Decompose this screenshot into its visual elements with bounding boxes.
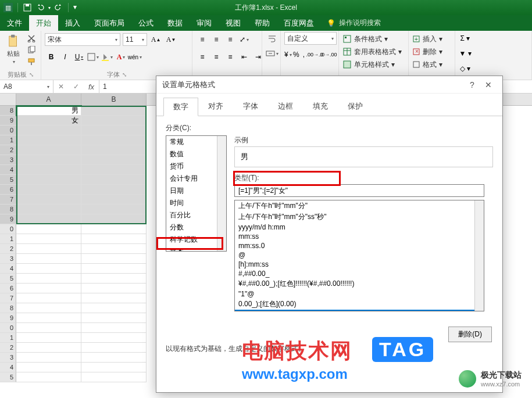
orientation-icon[interactable]: ⤢▾ — [238, 33, 251, 46]
row-header[interactable]: 5 — [0, 372, 16, 382]
cell[interactable] — [81, 155, 147, 165]
tab-insert[interactable]: 插入 — [58, 15, 87, 31]
row-header[interactable]: 2 — [0, 145, 16, 155]
autosum-icon[interactable]: Σ ▾ — [459, 32, 472, 45]
row-header[interactable]: 2 — [0, 343, 16, 353]
format-painter-icon[interactable] — [26, 56, 37, 67]
align-top-icon[interactable]: ≡ — [196, 33, 209, 46]
row-header[interactable]: 4 — [0, 363, 16, 372]
cell[interactable] — [16, 205, 81, 214]
cell[interactable] — [81, 323, 147, 333]
type-item[interactable]: #,##0.00_ — [235, 269, 484, 278]
tab-pagelayout[interactable]: 页面布局 — [87, 15, 131, 31]
align-middle-icon[interactable]: ≡ — [210, 33, 223, 46]
row-header[interactable]: 9 — [0, 313, 16, 323]
row-header[interactable]: 1 — [0, 135, 16, 145]
tab-help[interactable]: 帮助 — [248, 15, 277, 31]
type-item[interactable]: 上午/下午h"时"mm"分"ss"秒" — [235, 211, 484, 223]
underline-button[interactable]: U▾ — [73, 51, 85, 63]
cell[interactable] — [16, 214, 81, 224]
row-header[interactable]: 8 — [0, 303, 16, 313]
tab-home[interactable]: 开始 — [29, 15, 58, 31]
type-item[interactable]: yyyy/m/d h:mm — [235, 223, 484, 232]
type-scrollbar[interactable] — [474, 200, 484, 311]
row-header[interactable]: 8 — [0, 205, 16, 214]
paste-dropdown-icon[interactable]: ▾ — [12, 59, 15, 64]
font-launcher-icon[interactable]: ⤡ — [122, 71, 127, 78]
cell[interactable] — [81, 175, 147, 185]
undo-dropdown-icon[interactable]: ▾ — [48, 5, 51, 10]
cell[interactable] — [16, 323, 81, 333]
cell[interactable] — [81, 224, 147, 234]
type-item[interactable]: 上午/下午h"时"mm"分" — [235, 200, 484, 211]
row-header[interactable]: 3 — [0, 353, 16, 363]
category-list[interactable]: 常规数值货币会计专用日期时间百分比分数科学记数文本特殊自定义 — [166, 135, 227, 252]
merge-icon[interactable]: ▾ — [266, 47, 279, 60]
cell[interactable] — [16, 372, 81, 382]
cell[interactable] — [16, 175, 81, 185]
cell[interactable] — [16, 145, 81, 155]
dialog-tab-font[interactable]: 字体 — [233, 97, 268, 116]
italic-button[interactable]: I — [59, 51, 72, 63]
type-item[interactable]: @ — [235, 250, 484, 260]
tab-file[interactable]: 文件 — [0, 15, 29, 31]
dialog-help-icon[interactable]: ? — [464, 80, 480, 89]
font-size-combo[interactable]: 11▾ — [123, 33, 147, 46]
copy-icon[interactable] — [26, 45, 37, 55]
cell[interactable] — [81, 205, 147, 214]
dialog-tab-border[interactable]: 边框 — [268, 97, 303, 116]
row-header[interactable]: 0 — [0, 224, 16, 234]
increase-decimal-icon[interactable]: .00→.0 — [308, 48, 321, 61]
row-header[interactable]: 7 — [0, 293, 16, 303]
save-icon[interactable] — [23, 3, 32, 12]
cell[interactable] — [81, 126, 147, 135]
cell[interactable] — [81, 333, 147, 343]
cell[interactable] — [16, 244, 81, 254]
row-header[interactable]: 4 — [0, 165, 16, 175]
cell[interactable] — [81, 372, 147, 382]
cell[interactable] — [16, 313, 81, 323]
paste-button[interactable]: 粘贴 ▾ — [3, 32, 23, 64]
bold-button[interactable]: B — [45, 51, 58, 63]
row-header[interactable]: 9 — [0, 214, 16, 224]
number-format-combo[interactable]: 自定义▾ — [284, 32, 337, 45]
cell[interactable] — [81, 106, 147, 116]
tell-me-search[interactable]: 💡 操作说明搜索 — [321, 15, 387, 31]
tab-review[interactable]: 审阅 — [190, 15, 219, 31]
cell[interactable] — [81, 264, 147, 274]
decrease-indent-icon[interactable]: ⇤ — [238, 51, 251, 63]
align-right-icon[interactable]: ≡ — [224, 51, 237, 63]
row-header[interactable]: 5 — [0, 175, 16, 185]
cell[interactable] — [16, 185, 81, 195]
cell[interactable] — [16, 343, 81, 353]
cell[interactable] — [16, 126, 81, 135]
cell[interactable] — [81, 116, 147, 126]
cell[interactable] — [16, 234, 81, 244]
row-header[interactable]: 3 — [0, 155, 16, 165]
cell[interactable] — [16, 264, 81, 274]
cancel-formula-icon[interactable]: ✕ — [53, 83, 69, 91]
category-scrollbar[interactable] — [217, 136, 226, 251]
cells-area[interactable]: 男女 — [16, 106, 147, 382]
cell[interactable] — [81, 214, 147, 224]
cell[interactable] — [16, 155, 81, 165]
insert-cells-button[interactable]: +插入 ▾ — [412, 33, 442, 45]
clear-icon[interactable]: ◇ ▾ — [459, 62, 472, 75]
type-item[interactable]: [=1]"男";[=2]"女" — [235, 310, 484, 311]
align-center-icon[interactable]: ≡ — [210, 51, 223, 63]
wrap-text-icon[interactable] — [266, 32, 279, 45]
cell[interactable] — [81, 313, 147, 323]
font-name-combo[interactable]: 宋体▾ — [45, 33, 120, 46]
type-input[interactable] — [234, 184, 484, 197]
row-header[interactable]: 4 — [0, 264, 16, 274]
percent-icon[interactable]: % — [293, 48, 299, 61]
phonetic-button[interactable]: wén▾ — [128, 51, 141, 63]
type-item[interactable]: ¥#,##0.00_);[红色]!!!!!!(¥#,##0.00!!!!!!) — [235, 278, 484, 289]
type-item[interactable]: mm:ss — [235, 232, 484, 241]
cell[interactable] — [16, 333, 81, 343]
type-list[interactable]: 上午/下午h"时"mm"分"上午/下午h"时"mm"分"ss"秒"yyyy/m/… — [234, 200, 484, 311]
cell[interactable] — [16, 165, 81, 175]
dialog-tab-alignment[interactable]: 对齐 — [198, 97, 233, 116]
col-header-A[interactable]: A — [16, 94, 81, 105]
tab-formulas[interactable]: 公式 — [131, 15, 160, 31]
